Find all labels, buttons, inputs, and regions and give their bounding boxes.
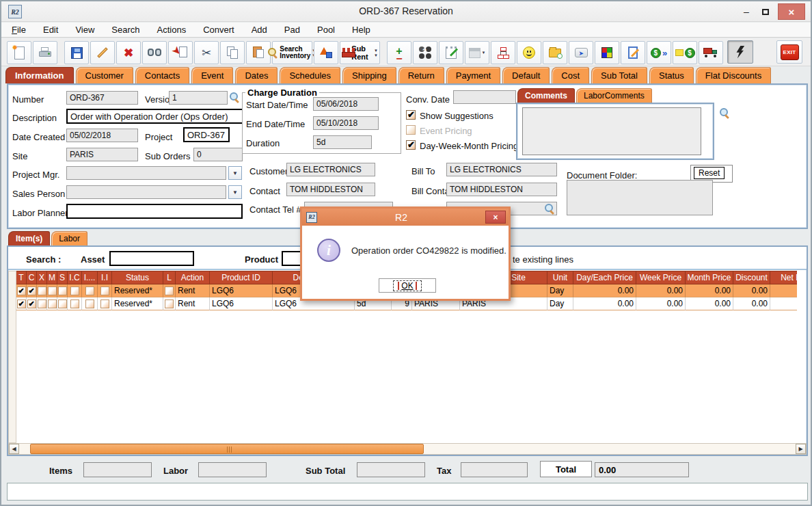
menu-convert[interactable]: Convert: [203, 25, 234, 35]
menu-edit[interactable]: Edit: [43, 25, 58, 35]
project-field[interactable]: ORD-367: [183, 127, 230, 142]
column-header-net-eac[interactable]: Net Eac: [770, 271, 797, 284]
cut-button[interactable]: ✂: [194, 41, 219, 64]
tab-flat-discounts[interactable]: Flat Discounts: [696, 67, 771, 83]
row-checkbox[interactable]: ✔: [17, 287, 26, 295]
row-checkbox[interactable]: ✔: [27, 299, 36, 308]
calendar-button[interactable]: ▼: [465, 41, 489, 64]
notes-button[interactable]: [439, 41, 463, 64]
shapes-button[interactable]: [314, 41, 338, 64]
menu-add[interactable]: Add: [252, 25, 267, 35]
row-checkbox[interactable]: [100, 299, 109, 308]
labor-planner-field[interactable]: [66, 204, 243, 219]
dialog-close-button[interactable]: ×: [485, 211, 506, 224]
tab-labor-comments[interactable]: LaborComments: [576, 88, 652, 103]
sub-rent-button[interactable]: Sub Rent ▼▼: [340, 41, 380, 64]
scroll-left-button[interactable]: ◀: [9, 444, 19, 454]
paste-button[interactable]: [246, 41, 271, 64]
menu-search[interactable]: Search: [111, 25, 139, 35]
horizontal-scrollbar[interactable]: ◀ ▶: [8, 443, 807, 455]
menu-actions[interactable]: Actions: [157, 25, 187, 35]
delete-button[interactable]: ✖: [116, 41, 141, 64]
tab-shipping[interactable]: Shipping: [342, 67, 396, 83]
tab-contacts[interactable]: Contacts: [135, 67, 189, 83]
dialog-title-bar[interactable]: R2 R2 ×: [302, 209, 509, 226]
row-checkbox[interactable]: [70, 299, 79, 308]
row-checkbox[interactable]: ✔: [17, 299, 26, 308]
row-checkbox[interactable]: [38, 287, 46, 295]
search-inventory-button[interactable]: Search Inventory ▼▼: [272, 41, 312, 64]
org-chart-button[interactable]: [491, 41, 515, 64]
row-checkbox[interactable]: [48, 299, 57, 308]
menu-pool[interactable]: Pool: [317, 25, 335, 35]
day-week-month-pricing-checkbox[interactable]: [406, 140, 416, 150]
calendar-dropdown-icon[interactable]: ▼: [482, 51, 486, 55]
tab-default[interactable]: Default: [502, 67, 550, 83]
tab-schedules[interactable]: Schedules: [280, 67, 340, 83]
comments-search-icon[interactable]: [720, 108, 730, 118]
maximize-button[interactable]: [757, 3, 774, 20]
version-search-icon[interactable]: [230, 92, 240, 103]
history-folder-button[interactable]: [543, 41, 567, 64]
ok-button[interactable]: OK: [379, 278, 436, 293]
row-checkbox[interactable]: [100, 287, 109, 295]
column-header-t[interactable]: T: [16, 271, 27, 284]
menu-help[interactable]: Help: [352, 25, 370, 35]
column-header-discount[interactable]: Discount: [733, 271, 770, 284]
column-header-product-id[interactable]: Product ID: [210, 271, 273, 284]
column-header-m[interactable]: M: [47, 271, 57, 284]
exit-button[interactable]: EXIT: [776, 40, 802, 64]
tab-cost[interactable]: Cost: [552, 67, 589, 83]
title-bar[interactable]: R2 ORD-367 Reservation – ×: [1, 1, 811, 22]
tab-payment[interactable]: Payment: [446, 67, 500, 83]
column-header-x[interactable]: X: [37, 271, 47, 284]
scrollbar-thumb[interactable]: [30, 444, 424, 454]
tab-sub-total[interactable]: Sub Total: [591, 67, 647, 83]
contacts-button[interactable]: [517, 41, 541, 64]
add-remove-button[interactable]: +−: [387, 41, 411, 64]
column-header-i-i[interactable]: I.I: [98, 271, 112, 284]
billing-forward-button[interactable]: $»: [647, 41, 671, 64]
tab-return[interactable]: Return: [398, 67, 444, 83]
asset-search-input[interactable]: [109, 251, 194, 266]
invoice-button[interactable]: $: [673, 41, 697, 64]
project-mgr-field[interactable]: [66, 166, 226, 180]
tab-information[interactable]: Information: [5, 67, 74, 83]
tab-comments[interactable]: Comments: [517, 88, 575, 103]
new-document-button[interactable]: ✹: [7, 41, 31, 64]
menu-view[interactable]: View: [75, 25, 94, 35]
row-checkbox[interactable]: [58, 287, 67, 295]
tab-event[interactable]: Event: [191, 67, 233, 83]
tab-customer[interactable]: Customer: [76, 67, 133, 83]
shortcut-button[interactable]: ➤: [569, 41, 593, 64]
minimize-button[interactable]: –: [738, 3, 755, 20]
column-header-l[interactable]: L: [163, 271, 176, 284]
column-header-c[interactable]: C: [27, 271, 37, 284]
save-button[interactable]: [64, 41, 89, 64]
column-header-action[interactable]: Action: [176, 271, 210, 284]
print-button[interactable]: [33, 41, 57, 64]
row-checkbox[interactable]: [58, 299, 67, 308]
transfer-truck-button[interactable]: [699, 41, 723, 64]
show-suggestions-checkbox[interactable]: [406, 110, 416, 120]
edit-document-button[interactable]: [621, 41, 645, 64]
group-query-button[interactable]: ?: [413, 41, 437, 64]
row-checkbox[interactable]: [85, 299, 94, 308]
menu-pad[interactable]: Pad: [284, 25, 300, 35]
tab-items[interactable]: Item(s): [8, 231, 50, 245]
column-header-status[interactable]: Status: [112, 271, 163, 284]
row-checkbox[interactable]: [165, 299, 174, 308]
table-left-scrollbar[interactable]: [8, 271, 16, 443]
import-document-button[interactable]: ➤: [168, 41, 193, 64]
inventory-blocks-button[interactable]: [595, 41, 619, 64]
tab-labor[interactable]: Labor: [51, 231, 87, 245]
edit-button[interactable]: [90, 41, 115, 64]
column-header-i-[interactable]: I....: [82, 271, 98, 284]
find-button[interactable]: [142, 41, 167, 64]
tab-status[interactable]: Status: [649, 67, 694, 83]
document-folder-box[interactable]: [567, 180, 713, 215]
sales-person-dropdown-button[interactable]: ▼: [228, 185, 242, 199]
row-checkbox[interactable]: ✔: [27, 287, 36, 295]
reset-button[interactable]: Reset: [694, 167, 725, 179]
row-checkbox[interactable]: [48, 287, 57, 295]
